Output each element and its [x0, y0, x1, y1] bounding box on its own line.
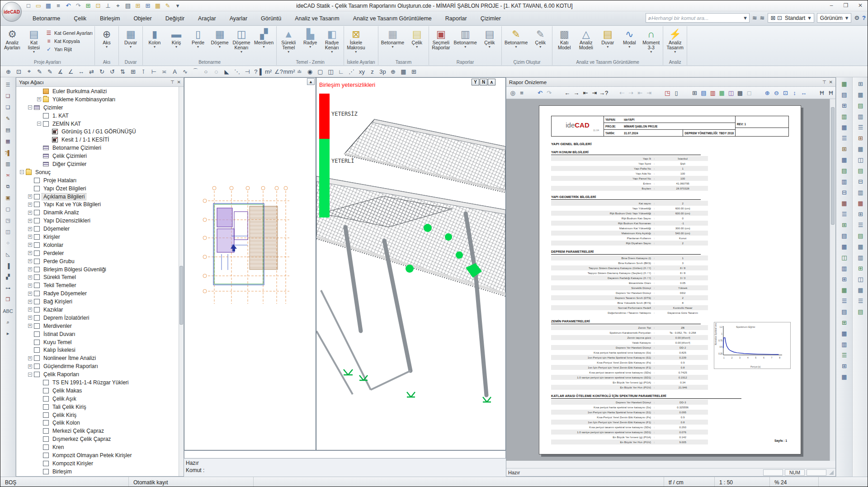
right-tool-icon[interactable]: ▦	[855, 241, 867, 252]
drawing-tool-icon[interactable]: ⊞	[409, 67, 419, 76]
right-tool-icon[interactable]: ▦	[839, 78, 850, 89]
ribbon-small-item[interactable]: ☰ Kat Genel Ayarları	[46, 29, 93, 37]
drawing-tool-icon[interactable]: ◫	[326, 67, 336, 76]
left-tool-icon[interactable]: ▸	[2, 328, 14, 339]
drawing-tool-icon[interactable]: ⊕	[388, 67, 398, 76]
drawing-tool-icon[interactable]: ∡	[55, 67, 66, 76]
report-tool-icon[interactable]: ▯	[672, 88, 681, 98]
tree-expand-toggle[interactable]: −	[37, 122, 41, 126]
tree-item[interactable]: Dışmerkez Çelik Çapraz	[16, 435, 179, 443]
up-view-button[interactable]: ∧	[488, 79, 495, 85]
tree-expand-toggle[interactable]: +	[28, 259, 32, 263]
report-tool-icon[interactable]: ↷	[544, 88, 553, 98]
quick-access-icon[interactable]: ▦	[153, 1, 162, 10]
tree-item[interactable]: Proje Hataları	[16, 176, 179, 184]
report-tool-icon[interactable]: ↔	[799, 88, 808, 98]
right-tool-icon[interactable]: ▥	[855, 187, 867, 198]
tree-item[interactable]: Görünüş G1 / G1 GÖRÜNÜŞÜ	[16, 128, 179, 136]
ribbon-button[interactable]: ✎ Betonarme ▾	[503, 27, 529, 59]
left-tool-icon[interactable]: ⧉	[2, 181, 14, 192]
ribbon-button[interactable]: ⊕ Aks ▾	[96, 27, 118, 59]
right-tool-icon[interactable]: ▤	[855, 100, 867, 111]
status-scale[interactable]: 1 : 50	[715, 477, 770, 487]
report-tool-icon[interactable]: →?	[599, 88, 608, 98]
left-tool-icon[interactable]: ◫	[2, 226, 14, 237]
drawing-tool-icon[interactable]: ≍	[159, 67, 170, 76]
ribbon-tab[interactable]: Analiz ve Tasarım	[288, 13, 346, 25]
drawing-tool-icon[interactable]: ≐	[294, 67, 305, 76]
drawing-tool-icon[interactable]: ✎	[45, 67, 55, 76]
ribbon-button[interactable]: ▤ Çelik ▾	[479, 27, 500, 59]
tree-item[interactable]: + Yükleme Kombinasyonları	[16, 95, 179, 104]
tree-item[interactable]: + Güçlendirme Raporları	[16, 362, 179, 370]
close-icon[interactable]: ✕	[177, 80, 181, 85]
tree-expand-toggle[interactable]: −	[20, 170, 24, 174]
right-tool-icon[interactable]: ▦	[839, 154, 850, 165]
maximize-button[interactable]: ❐	[840, 1, 852, 9]
close-icon[interactable]: ✕	[829, 80, 833, 85]
drawing-tool-icon[interactable]: ⊡	[14, 67, 24, 76]
ribbon-tab[interactable]: Birleşim	[93, 13, 127, 25]
report-tool-icon[interactable]	[654, 88, 663, 98]
tree-item[interactable]: Kalıp İskelesi	[16, 346, 179, 355]
tree-item[interactable]: Betonarme Çizimleri	[16, 144, 179, 152]
tree-expand-toggle[interactable]: +	[28, 307, 32, 312]
left-tool-icon[interactable]: ❒	[2, 294, 14, 305]
ribbon-tab[interactable]: Analiz ve Tasarım Görüntüleme	[346, 13, 439, 25]
left-tool-icon[interactable]: ≍	[2, 170, 14, 181]
tree-item[interactable]: + Nonlineer İtme Analizi	[16, 354, 179, 362]
right-tool-icon[interactable]: ⊟	[855, 176, 867, 187]
tree-item[interactable]: Kren	[16, 443, 179, 451]
tree-item[interactable]: − Çizimler	[16, 104, 179, 112]
tree-item[interactable]: Birleşim	[16, 468, 179, 476]
quick-access-icon[interactable]: ⊞	[133, 1, 142, 10]
pin-icon[interactable]: ⊤	[170, 80, 175, 85]
tree-item[interactable]: + Perde Grubu	[16, 257, 179, 265]
tree-item[interactable]: Kesit 1 / 1-1 KESİTİ	[16, 136, 179, 144]
ribbon-button[interactable]: ◫ Döşeme Kenarı ▾	[231, 27, 252, 59]
right-tool-icon[interactable]: ◫	[855, 154, 867, 165]
left-tool-icon[interactable]: ?▌	[2, 147, 14, 158]
tree-item[interactable]: + Kirişler	[16, 233, 179, 241]
view-dropdown[interactable]: Görünüm ▾	[817, 13, 852, 23]
report-tool-icon[interactable]: ⊕	[763, 88, 772, 98]
command-search-input[interactable]: ⌕ Herhangi bir komut ara... ▾	[646, 13, 750, 23]
tree-item[interactable]: + Deprem İzolatörleri	[16, 314, 179, 322]
report-tool-icon[interactable]: →	[572, 88, 581, 98]
right-tool-icon[interactable]: ▤	[839, 230, 850, 241]
drawing-tool-icon[interactable]: ⌖	[24, 67, 34, 76]
ribbon-tab[interactable]: Değiştir	[159, 13, 191, 25]
right-tool-icon[interactable]: ▦	[855, 143, 867, 154]
ribbon-tab[interactable]: Görüntü	[254, 13, 288, 25]
ribbon-button[interactable]: ✎ Çelik ▾	[529, 27, 551, 59]
report-tool-icon[interactable]	[554, 88, 563, 98]
right-tool-icon[interactable]: ▦	[855, 198, 867, 208]
drawing-tool-icon[interactable]: ∠	[66, 67, 76, 76]
left-tool-icon[interactable]: ◺	[2, 249, 14, 260]
tree-item[interactable]: + Yapı Düzensizlikleri	[16, 217, 179, 225]
drawing-tool-icon[interactable]: ∠?	[274, 67, 284, 76]
report-tool-icon[interactable]: ◻	[745, 88, 754, 98]
right-tool-icon[interactable]: ☰	[839, 350, 850, 360]
right-tool-icon[interactable]: ⊟	[839, 187, 850, 198]
right-tool-icon[interactable]: ⊞	[855, 132, 867, 143]
tree-expand-toggle[interactable]: +	[28, 316, 32, 320]
tree-expand-toggle[interactable]: +	[28, 251, 32, 255]
app-logo[interactable]: ideCAD	[2, 2, 22, 22]
left-tool-icon[interactable]: ✎	[2, 113, 14, 124]
drawing-tool-icon[interactable]: ⊞	[128, 67, 138, 76]
drawing-tool-icon[interactable]: ↺	[107, 67, 118, 76]
report-tool-icon[interactable]: Ħ	[826, 88, 835, 98]
drawing-tool-icon[interactable]: ○	[201, 67, 211, 76]
filter-view-button[interactable]: Y	[472, 79, 479, 85]
report-tool-icon[interactable]	[681, 88, 690, 98]
layer-list-icon[interactable]: ≋	[752, 14, 757, 21]
tree-expand-toggle[interactable]: +	[28, 300, 32, 304]
report-tool-icon[interactable]: Ħ	[817, 88, 826, 98]
drawing-tool-icon[interactable]: ⌒	[190, 67, 201, 76]
drawing-tool-icon[interactable]: m²	[263, 67, 274, 76]
drawing-tool-icon[interactable]: ⊢	[149, 67, 159, 76]
drawing-tool-icon[interactable]: ◉	[305, 67, 315, 76]
tree-item[interactable]: Çelik Kolon	[16, 419, 179, 427]
view-restore-button[interactable]: ▲	[307, 78, 315, 85]
